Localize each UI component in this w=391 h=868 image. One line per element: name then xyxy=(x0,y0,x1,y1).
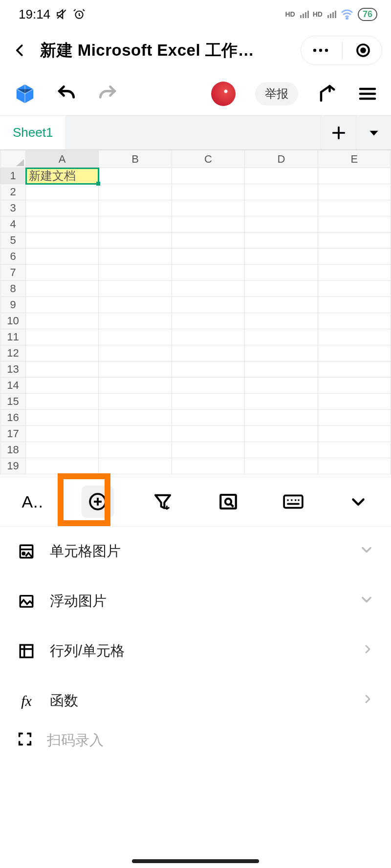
cell[interactable] xyxy=(172,297,244,313)
cell[interactable] xyxy=(172,168,244,184)
cell[interactable] xyxy=(172,184,244,200)
cell[interactable] xyxy=(26,265,99,281)
cell[interactable] xyxy=(99,297,172,313)
cell[interactable] xyxy=(318,184,391,200)
report-button[interactable]: 举报 xyxy=(255,82,298,106)
undo-button[interactable] xyxy=(56,83,77,105)
cell[interactable] xyxy=(99,329,172,345)
col-header[interactable]: B xyxy=(99,150,172,168)
row-header[interactable]: 10 xyxy=(0,313,26,329)
row-header[interactable]: 1 xyxy=(0,168,26,184)
cell[interactable] xyxy=(172,233,244,249)
cell[interactable] xyxy=(172,329,244,345)
col-header[interactable]: A xyxy=(26,150,99,168)
cell[interactable] xyxy=(245,200,318,216)
cell[interactable] xyxy=(245,233,318,249)
target-button[interactable] xyxy=(355,42,371,58)
redo-button[interactable] xyxy=(97,83,118,105)
cell[interactable] xyxy=(26,297,99,313)
cell[interactable] xyxy=(245,345,318,361)
menu-item[interactable]: 浮动图片 xyxy=(0,576,391,626)
avatar[interactable] xyxy=(211,82,236,106)
cell[interactable] xyxy=(26,313,99,329)
cell[interactable] xyxy=(26,329,99,345)
row-header[interactable]: 18 xyxy=(0,442,26,458)
more-button[interactable] xyxy=(312,47,329,53)
row-header[interactable]: 14 xyxy=(0,378,26,394)
col-header[interactable]: C xyxy=(172,150,244,168)
cell[interactable] xyxy=(318,281,391,297)
cell[interactable] xyxy=(172,200,244,216)
cell[interactable] xyxy=(26,345,99,361)
cell[interactable] xyxy=(318,265,391,281)
cell[interactable] xyxy=(99,265,172,281)
cell[interactable] xyxy=(245,329,318,345)
cell[interactable] xyxy=(245,168,318,184)
row-header[interactable]: 4 xyxy=(0,216,26,233)
cell[interactable] xyxy=(26,394,99,410)
cell[interactable] xyxy=(318,200,391,216)
row-header[interactable]: 3 xyxy=(0,200,26,216)
cell[interactable] xyxy=(26,233,99,249)
cell[interactable] xyxy=(245,297,318,313)
cell[interactable] xyxy=(318,297,391,313)
cell[interactable] xyxy=(318,233,391,249)
sheet-tabs-dropdown[interactable] xyxy=(356,116,391,149)
row-header[interactable]: 19 xyxy=(0,458,26,474)
cell[interactable] xyxy=(318,168,391,184)
cell[interactable] xyxy=(318,394,391,410)
cell[interactable] xyxy=(318,458,391,474)
back-button[interactable] xyxy=(7,37,33,64)
cell[interactable] xyxy=(245,426,318,442)
cell[interactable] xyxy=(26,410,99,426)
cell[interactable] xyxy=(172,281,244,297)
cell[interactable] xyxy=(172,442,244,458)
cell[interactable] xyxy=(172,458,244,474)
cell[interactable] xyxy=(318,329,391,345)
collapse-panel-button[interactable] xyxy=(326,477,391,526)
menu-item-partial[interactable]: 扫码录入 xyxy=(0,726,391,755)
cell[interactable] xyxy=(172,345,244,361)
cell[interactable] xyxy=(245,313,318,329)
cell[interactable] xyxy=(26,426,99,442)
row-header[interactable]: 13 xyxy=(0,361,26,378)
cell[interactable] xyxy=(99,200,172,216)
cell[interactable] xyxy=(26,361,99,378)
row-header[interactable]: 15 xyxy=(0,394,26,410)
find-tab-button[interactable] xyxy=(196,477,261,526)
sheet-tab-active[interactable]: Sheet1 xyxy=(0,116,66,149)
cell[interactable] xyxy=(245,281,318,297)
keyboard-tab-button[interactable] xyxy=(261,477,326,526)
cell[interactable] xyxy=(318,426,391,442)
cell[interactable] xyxy=(99,216,172,233)
cell[interactable] xyxy=(26,216,99,233)
row-header[interactable]: 2 xyxy=(0,184,26,200)
cell[interactable] xyxy=(99,184,172,200)
row-header[interactable]: 9 xyxy=(0,297,26,313)
cell[interactable] xyxy=(318,313,391,329)
cell[interactable] xyxy=(99,394,172,410)
hamburger-button[interactable] xyxy=(358,84,377,104)
row-header[interactable]: 8 xyxy=(0,281,26,297)
row-header[interactable]: 6 xyxy=(0,249,26,265)
menu-item[interactable]: 行列/单元格 xyxy=(0,626,391,676)
cell[interactable] xyxy=(26,281,99,297)
cell[interactable] xyxy=(99,168,172,184)
cell[interactable] xyxy=(318,442,391,458)
cell[interactable] xyxy=(99,410,172,426)
grid-corner[interactable] xyxy=(0,150,26,168)
menu-item[interactable]: fx函数 xyxy=(0,676,391,726)
cell[interactable] xyxy=(318,361,391,378)
insert-tab-button[interactable] xyxy=(65,477,130,526)
cell[interactable] xyxy=(318,249,391,265)
cell[interactable] xyxy=(99,442,172,458)
cell[interactable] xyxy=(245,458,318,474)
cell[interactable] xyxy=(172,313,244,329)
app-cube-icon[interactable] xyxy=(14,83,36,105)
cell-selected[interactable]: 新建文档 xyxy=(26,168,99,184)
cell[interactable] xyxy=(245,216,318,233)
cell[interactable] xyxy=(99,361,172,378)
row-header[interactable]: 16 xyxy=(0,410,26,426)
cell[interactable] xyxy=(99,249,172,265)
cell[interactable] xyxy=(318,410,391,426)
